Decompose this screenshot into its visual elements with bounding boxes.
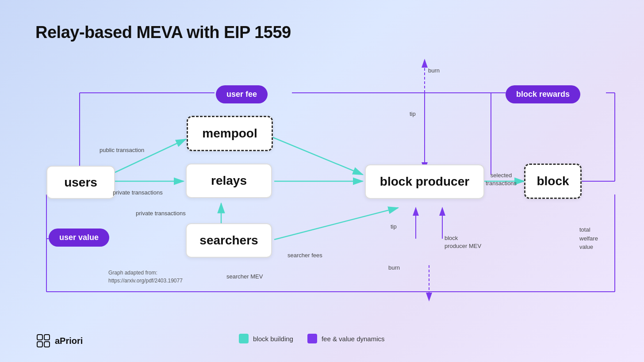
svg-rect-32 [37,342,42,347]
logo-text: aPriori [55,336,83,346]
svg-line-6 [115,139,186,172]
label-selected-transactions: selectedtransactions [486,171,517,187]
logo: aPriori [35,333,83,349]
block-box: block [524,164,582,199]
block-producer-box: block producer [365,164,484,199]
svg-rect-30 [37,335,42,340]
relays-box: relays [186,164,272,198]
block-producer-label: block producer [380,175,469,189]
label-burn: burn [428,67,440,74]
logo-icon [35,333,51,349]
svg-line-7 [270,136,363,175]
block-building-label: block building [253,335,293,343]
label-burn-bottom: burn [388,264,400,271]
legend: block building fee & value dynamics [239,334,384,343]
svg-rect-31 [44,335,50,340]
user-value-pill: user value [49,229,109,247]
mempool-label: mempool [202,126,257,141]
label-searcher-mev: searcher MEV [226,273,263,280]
page-title: Relay-based MEVA with EIP 1559 [35,23,291,42]
label-public-transaction: public transaction [100,147,144,153]
label-private-transactions-bottom: private transactions [136,210,186,217]
searchers-label: searchers [199,233,258,248]
label-tip-top: tip [410,111,416,117]
label-block-producer-mev: blockproducer MEV [445,234,481,250]
legend-block-building: block building [239,334,293,343]
relays-label: relays [211,174,247,188]
users-box: users [46,166,115,199]
mempool-box: mempool [187,116,273,151]
searchers-box: searchers [186,223,272,258]
block-label: block [537,174,569,188]
attribution-text: Graph adapted from:https://arxiv.org/pdf… [108,269,183,285]
block-rewards-pill: block rewards [506,85,580,103]
label-total-welfare-value: totalwelfarevalue [579,225,598,251]
block-building-swatch [239,334,249,343]
label-private-transactions-top: private transactions [113,189,163,196]
legend-fee-value: fee & value dynamics [307,334,385,343]
user-fee-pill: user fee [216,85,268,103]
fee-value-label: fee & value dynamics [322,335,385,343]
label-searcher-fees: searcher fees [288,252,322,259]
users-label: users [64,175,97,190]
label-tip-bottom: tip [391,223,397,230]
fee-value-swatch [307,334,317,343]
svg-rect-33 [44,342,50,347]
svg-line-10 [274,208,398,240]
